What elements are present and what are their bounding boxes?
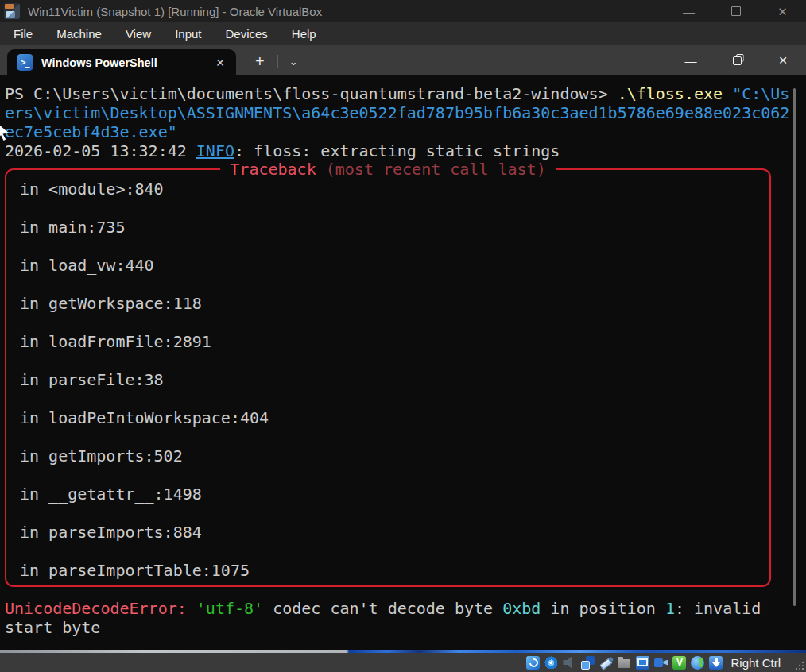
vbox-close-button[interactable]: ✕: [759, 0, 806, 22]
powershell-icon: >_: [17, 54, 33, 71]
audio-icon[interactable]: [563, 656, 576, 670]
terminal-line: PS C:\Users\victim\documents\floss-quant…: [5, 84, 806, 103]
restore-icon: [733, 56, 742, 65]
terminal-close-button[interactable]: ✕: [760, 45, 806, 75]
terminal-line: 2026-02-05 13:32:42 INFO: floss: extract…: [5, 141, 806, 160]
terminal-restore-button[interactable]: [714, 45, 760, 75]
tabbar-divider: [277, 55, 278, 68]
traceback-frame: in parseImportTable:1075: [20, 561, 250, 580]
terminal-line: start byte: [5, 618, 100, 637]
optical-drives-icon[interactable]: [544, 656, 558, 670]
terminal-output[interactable]: PS C:\Users\victim\documents\floss-quant…: [0, 75, 806, 650]
resize-grip[interactable]: [796, 662, 804, 670]
features-icon[interactable]: V: [672, 656, 686, 670]
vbox-statusbar: V Right Ctrl: [0, 653, 806, 672]
traceback-frame: in loadPeIntoWorkspace:404: [20, 408, 269, 427]
traceback-frame: in loadFromFile:2891: [20, 332, 211, 351]
minimize-icon: —: [683, 6, 695, 17]
keyboard-icon[interactable]: [709, 656, 723, 670]
traceback-frame: in getImports:502: [20, 446, 183, 465]
traceback-frame: in parseFile:38: [20, 370, 164, 389]
shared-folders-icon[interactable]: [618, 656, 631, 670]
traceback-title: Traceback (most recent call last): [6, 160, 769, 179]
menu-help[interactable]: Help: [280, 27, 328, 41]
traceback-frame: in <module>:840: [20, 180, 164, 199]
traceback-subtitle: [316, 160, 326, 179]
terminal-line: UnicodeDecodeError: 'utf-8' codec can't …: [5, 599, 761, 618]
terminal-line: ers\victim\Desktop\ASSIGNMENTS\a64c3e052…: [5, 103, 806, 122]
virtualbox-vm-icon: [4, 3, 20, 19]
window-controls: — ✕: [665, 0, 806, 22]
terminal-minimize-button[interactable]: —: [668, 45, 714, 75]
virtualbox-window: Win11Victim (Snapshot 1) [Running] - Ora…: [0, 0, 806, 672]
traceback-frame: in __getattr__:1498: [20, 485, 202, 504]
menu-file[interactable]: File: [2, 27, 45, 41]
network-icon[interactable]: [581, 656, 595, 670]
traceback-frame: in load_vw:440: [20, 256, 154, 275]
recording-icon[interactable]: [654, 656, 668, 670]
traceback-frame: in getWorkspace:118: [20, 294, 202, 313]
hard-disks-icon[interactable]: [526, 656, 540, 670]
terminal-tabbar: >_ Windows PowerShell ✕ + ⌄ — ✕: [0, 45, 806, 75]
menu-devices[interactable]: Devices: [214, 27, 280, 41]
display-icon[interactable]: [636, 656, 649, 670]
maximize-icon: [731, 6, 741, 16]
menu-input[interactable]: Input: [163, 27, 213, 41]
usb-icon[interactable]: [599, 656, 613, 670]
terminal-flow-lines: PS C:\Users\victim\documents\floss-quant…: [0, 75, 806, 160]
mouse-integration-icon[interactable]: [691, 656, 704, 670]
menubar: File Machine View Input Devices Help: [0, 22, 806, 45]
window-title: Win11Victim (Snapshot 1) [Running] - Ora…: [28, 5, 322, 18]
close-icon: ✕: [777, 6, 788, 17]
titlebar: Win11Victim (Snapshot 1) [Running] - Ora…: [0, 0, 806, 22]
host-key-label: Right Ctrl: [730, 656, 781, 670]
terminal-window-controls: — ✕: [668, 45, 806, 75]
new-tab-button[interactable]: +: [255, 53, 265, 69]
traceback-frame: in parseImports:884: [20, 523, 202, 542]
menu-machine[interactable]: Machine: [45, 27, 114, 41]
menu-view[interactable]: View: [114, 27, 163, 41]
terminal-line: ec7e5cebf4d3e.exe": [5, 122, 806, 141]
scrollbar[interactable]: [793, 88, 796, 606]
tab-windows-powershell[interactable]: >_ Windows PowerShell ✕: [7, 49, 236, 75]
vbox-maximize-button[interactable]: [712, 0, 759, 22]
tab-close-icon[interactable]: ✕: [215, 56, 225, 69]
tab-title: Windows PowerShell: [41, 56, 215, 69]
traceback-frame: in main:735: [20, 218, 125, 237]
tab-dropdown-chevron-icon[interactable]: ⌄: [289, 56, 298, 67]
vbox-minimize-button[interactable]: —: [665, 0, 712, 22]
